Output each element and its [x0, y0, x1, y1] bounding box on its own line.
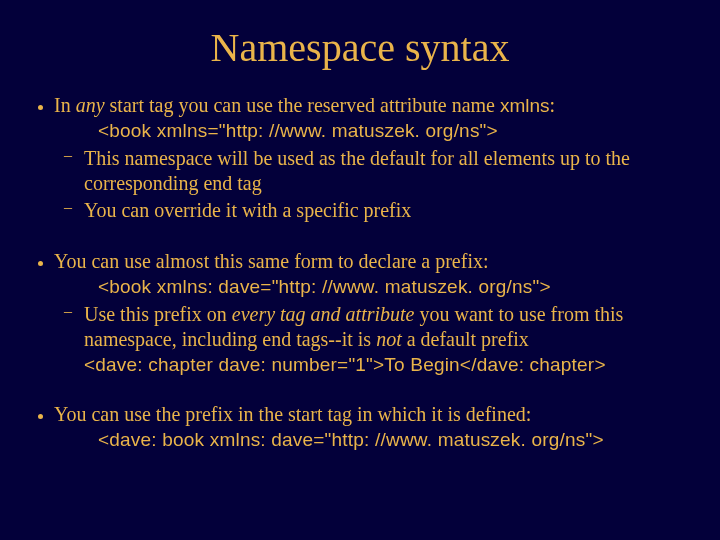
bullet-2-sub-1: Use this prefix on every tag and attribu…: [84, 302, 692, 376]
slide-title: Namespace syntax: [28, 24, 692, 71]
bullet-1-sublist: This namespace will be used as the defau…: [54, 146, 692, 223]
bullet-3-code: <dave: book xmlns: dave="http: //www. ma…: [98, 429, 692, 451]
bullet-1-sub-2: You can override it with a specific pref…: [84, 198, 692, 223]
bullet-3-text: You can use the prefix in the start tag …: [54, 403, 531, 425]
bullet-1-sub-1: This namespace will be used as the defau…: [84, 146, 692, 196]
bullet-3: You can use the prefix in the start tag …: [54, 402, 692, 451]
bullet-2: You can use almost this same form to dec…: [54, 249, 692, 376]
bullet-1-text: In any start tag you can use the reserve…: [54, 94, 555, 116]
bullet-2-code-2: <dave: chapter dave: number="1">To Begin…: [84, 354, 692, 376]
bullet-list: In any start tag you can use the reserve…: [28, 93, 692, 451]
slide: Namespace syntax In any start tag you ca…: [0, 0, 720, 540]
bullet-2-text: You can use almost this same form to dec…: [54, 250, 489, 272]
bullet-1: In any start tag you can use the reserve…: [54, 93, 692, 223]
bullet-2-sublist: Use this prefix on every tag and attribu…: [54, 302, 692, 376]
bullet-2-code-1: <book xmlns: dave="http: //www. matuszek…: [98, 276, 692, 298]
bullet-1-code: <book xmlns="http: //www. matuszek. org/…: [98, 120, 692, 142]
